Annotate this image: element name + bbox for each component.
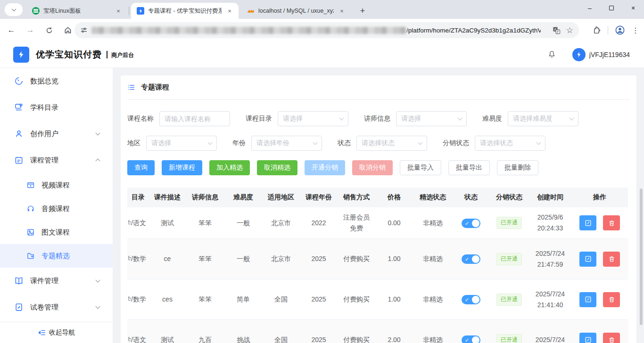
close-tab-icon[interactable]: × <box>225 7 234 15</box>
table-row: 学/语文 测试 九百 挑战 全国 2025 付费购买 2.00 非精选 ✓ 已开… <box>127 320 628 343</box>
list-menu-icon <box>127 83 135 91</box>
sidebar-item-audio-courses[interactable]: 音频课程 <box>0 197 113 220</box>
distribution-status-select[interactable]: 请选择状态 <box>475 136 545 151</box>
gauge-icon <box>14 76 24 86</box>
batch-export-button[interactable]: 批量导出 <box>448 160 490 175</box>
status-toggle[interactable]: ✓ <box>462 295 480 304</box>
region-cell: 全国 <box>262 320 300 343</box>
status-toggle[interactable]: ✓ <box>462 254 480 264</box>
page-scrollbar[interactable] <box>640 188 643 325</box>
select-placeholder: 请选择状态 <box>480 139 537 147</box>
trash-icon <box>608 255 615 262</box>
difficulty-select[interactable]: 请选择难易度 <box>508 111 578 126</box>
home-button[interactable] <box>60 23 75 38</box>
window-close-button[interactable]: × <box>622 0 644 16</box>
sidebar-item-label: 课件管理 <box>30 277 58 286</box>
batch-import-button[interactable]: 批量导入 <box>400 160 441 175</box>
bolt-favicon <box>137 7 144 15</box>
distribution-status-badge: 已开通 <box>496 217 522 229</box>
close-tab-icon[interactable]: × <box>114 7 123 15</box>
add-course-button[interactable]: 新增课程 <box>162 160 202 175</box>
region-select[interactable]: 请选择 <box>146 136 217 151</box>
new-tab-button[interactable]: + <box>356 5 369 17</box>
bookmark-star-icon[interactable]: ☆ <box>566 25 573 35</box>
course-catalog-select[interactable]: 请选择 <box>278 111 348 126</box>
batch-delete-button[interactable]: 批量删除 <box>497 160 538 175</box>
edit-button[interactable] <box>579 292 596 307</box>
status-select[interactable]: 请选择状态 <box>356 136 427 151</box>
delete-button[interactable] <box>603 292 620 307</box>
toolbar-divider <box>608 26 608 34</box>
price-cell: 2.00 <box>375 320 413 343</box>
year-label: 年份 <box>232 139 246 147</box>
edit-button[interactable] <box>579 333 596 343</box>
trash-icon <box>608 296 615 303</box>
year-cell: 2025 <box>300 320 338 343</box>
table-row: 学/数学 ce 笨笨 一般 北京市 2025 付费购买 1.00 非精选 ✓ 已… <box>127 239 628 279</box>
column-header: 讲师信息 <box>186 188 224 207</box>
teacher-label: 讲师信息 <box>364 114 390 123</box>
window-minimize-button[interactable]: – <box>579 0 601 16</box>
status-toggle[interactable]: ✓ <box>462 219 480 228</box>
sidebar-item-courseware-management[interactable]: 课件管理 <box>0 268 113 294</box>
browser-tab-active[interactable]: 专题课程 - 优学宝知识付费系统 × <box>131 3 239 19</box>
check-icon: ✓ <box>465 219 469 228</box>
description-cell: 测试 <box>149 207 186 239</box>
delete-button[interactable] <box>603 215 620 230</box>
edit-button[interactable] <box>579 252 596 267</box>
trash-icon <box>608 220 615 227</box>
sidebar-item-video-courses[interactable]: 视频课程 <box>0 173 113 197</box>
cancel-distribution-button[interactable]: 取消分销 <box>352 160 393 175</box>
distribution-status-badge: 已开通 <box>496 334 522 343</box>
browser-menu-icon[interactable]: ⋮ <box>632 26 639 35</box>
collapse-nav-button[interactable]: 收起导航 <box>0 322 113 343</box>
bell-icon[interactable] <box>547 50 556 59</box>
browser-tab-baota[interactable]: 宝塔Linux面板 × <box>26 3 127 19</box>
extensions-icon[interactable] <box>593 26 601 34</box>
sale-mode-cell: 注册会员免费 <box>342 212 371 234</box>
sidebar-item-course-management[interactable]: 课程管理 <box>0 147 113 173</box>
sidebar-item-featured-topics[interactable]: 专题精选 <box>0 244 113 268</box>
close-tab-icon[interactable]: × <box>338 7 346 15</box>
price-cell: 0.00 <box>375 207 413 239</box>
forward-button[interactable]: → <box>23 23 38 38</box>
year-select[interactable]: 请选择年份 <box>251 136 322 151</box>
delete-button[interactable] <box>603 333 620 343</box>
sidebar-item-image-text-courses[interactable]: 图文课程 <box>0 220 113 244</box>
edit-button[interactable] <box>579 215 596 230</box>
site-settings-icon[interactable] <box>80 26 88 34</box>
sidebar-item-creator-users[interactable]: 创作用户 <box>0 121 113 147</box>
profile-icon[interactable] <box>615 25 625 35</box>
tab-separator <box>129 7 129 15</box>
sidebar-item-data-overview[interactable]: 数据总览 <box>0 68 113 94</box>
teacher-select[interactable]: 请选择 <box>396 111 467 126</box>
video-icon <box>26 181 35 189</box>
browser-tab-phpmyadmin[interactable]: localhost / MySQL / uxue_xyz × <box>241 3 351 19</box>
sidebar-item-label: 图文课程 <box>41 228 70 237</box>
address-bar[interactable]: /platform/home/ZTA2aC9yS2d3b1g2a1dGZythV… <box>74 22 579 38</box>
tab-search-button[interactable] <box>5 3 23 16</box>
sidebar-item-label: 专题精选 <box>41 252 70 261</box>
sidebar-item-subject-catalog[interactable]: 学科目录 <box>0 94 113 121</box>
course-table: 目录 课件描述 讲师信息 难易度 适用地区 课程年份 销售方式 价格 精选状态 … <box>127 188 628 343</box>
sidebar-item-exam-management[interactable]: 试卷管理 <box>0 294 113 320</box>
search-button[interactable]: 查询 <box>127 160 155 175</box>
course-name-input[interactable] <box>165 115 225 122</box>
home-icon <box>64 26 72 34</box>
course-name-input-wrap <box>159 111 230 126</box>
add-featured-button[interactable]: 加入精选 <box>209 160 250 175</box>
cancel-featured-button[interactable]: 取消精选 <box>257 160 297 175</box>
user-avatar[interactable] <box>572 48 586 61</box>
delete-button[interactable] <box>603 252 620 267</box>
featured-cell: 非精选 <box>413 320 453 343</box>
window-maximize-button[interactable] <box>601 0 622 16</box>
back-button[interactable]: ← <box>4 23 19 38</box>
translate-icon[interactable]: A <box>553 26 561 34</box>
difficulty-cell: 一般 <box>224 207 262 239</box>
status-toggle[interactable]: ✓ <box>462 335 480 343</box>
sidebar-item-label: 试卷管理 <box>30 303 58 312</box>
edit-icon <box>585 220 592 227</box>
distribution-status-label: 分销状态 <box>443 139 469 147</box>
open-distribution-button[interactable]: 开通分销 <box>305 160 345 175</box>
reload-button[interactable] <box>41 23 57 38</box>
